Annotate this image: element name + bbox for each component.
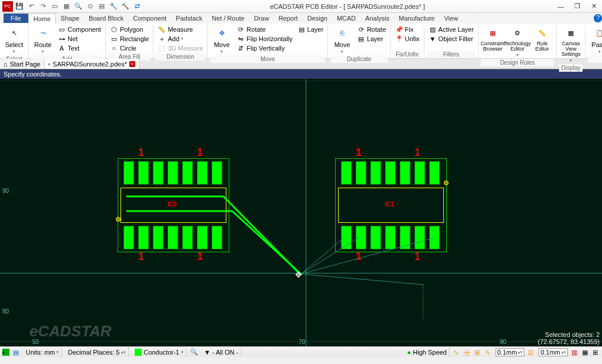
- net-button[interactable]: ⊶Net: [56, 34, 103, 44]
- snap-spacing-field[interactable]: 0.1mm▴▾: [539, 348, 568, 356]
- measure-button[interactable]: 📏Measure: [156, 25, 205, 34]
- pin-label: 1: [138, 251, 144, 263]
- rotate-button[interactable]: ⟳Rotate: [235, 25, 294, 34]
- swap-icon[interactable]: ⇄: [132, 1, 142, 12]
- polygon-button[interactable]: ⬠Polygon: [108, 25, 151, 34]
- redo-icon[interactable]: ↷: [38, 1, 48, 12]
- tab-draw[interactable]: Draw: [249, 14, 274, 23]
- status-icon[interactable]: ∿: [485, 349, 492, 356]
- flip-v-button[interactable]: ⇵Flip Vertically: [235, 44, 294, 53]
- tab-board-block[interactable]: Board Block: [84, 14, 128, 23]
- x-ruler-label: 90: [500, 339, 506, 345]
- doc-icon[interactable]: ▤: [96, 1, 107, 12]
- start-page-tab[interactable]: ⌂Start Page: [0, 59, 45, 69]
- rule-icon: 📏: [535, 26, 549, 40]
- app-icon[interactable]: PC: [2, 1, 13, 12]
- fix-button[interactable]: 📌Fix: [393, 25, 422, 34]
- box-icon[interactable]: ▭: [49, 1, 60, 12]
- help-icon[interactable]: ?: [594, 14, 602, 22]
- 3d-measure-button[interactable]: ⬚3D Measure: [156, 44, 205, 53]
- status-icon[interactable]: ▦: [582, 349, 589, 356]
- tab-report[interactable]: Report: [274, 14, 303, 23]
- route-button[interactable]: ⤳Route▾: [31, 25, 55, 55]
- tab-component[interactable]: Component: [128, 14, 171, 23]
- grid-spacing-field[interactable]: 0.1mm▴▾: [496, 348, 525, 356]
- status-icon[interactable]: ⊞: [593, 349, 600, 356]
- visibility-field[interactable]: ▼- All ON -: [202, 347, 242, 357]
- minimize-button[interactable]: —: [553, 1, 569, 12]
- zoom-icon[interactable]: 🔍: [73, 1, 83, 12]
- status-icon[interactable]: 卄: [464, 349, 471, 356]
- status-icon[interactable]: ▪: [2, 349, 9, 356]
- ribbon-group-fix: 📌Fix 📍Unfix Fix/Unfix: [391, 25, 424, 58]
- tab-design[interactable]: Design: [303, 14, 332, 23]
- undo-icon[interactable]: ↶: [26, 1, 36, 12]
- rule-editor-button[interactable]: 📏Rule Editor: [530, 25, 554, 53]
- canvas-icon: ▩: [564, 26, 578, 40]
- window-controls: — ❐ ✕: [553, 1, 602, 12]
- component-button[interactable]: ▭Component: [56, 25, 103, 34]
- layer-field[interactable]: Conductor-1▾: [132, 347, 186, 357]
- save-icon[interactable]: 💾: [14, 1, 25, 12]
- board-outline: [0, 81, 602, 81]
- component-label: IC0: [168, 201, 177, 208]
- move-layer-button[interactable]: ▤Layer: [296, 25, 326, 34]
- origin-marker: [444, 181, 449, 185]
- hammer-icon[interactable]: 🔨: [120, 1, 131, 12]
- pin-label: 1: [197, 251, 203, 263]
- text-button[interactable]: AText: [56, 44, 103, 53]
- duplicate-move-button[interactable]: ⎘Move▾: [330, 25, 354, 55]
- decimals-field[interactable]: Decimal Places:5▴▾: [65, 347, 129, 357]
- tab-analysis[interactable]: Analysis: [360, 14, 394, 23]
- tab-home[interactable]: Home: [28, 14, 56, 24]
- canvas-view-button[interactable]: ▩Canvas View Settings▾: [559, 25, 583, 64]
- ribbon-label-duplicate: Duplicate: [330, 55, 387, 63]
- constraint-browser-button[interactable]: ▦Constraint Browser: [481, 25, 504, 53]
- status-icon[interactable]: ▥: [571, 349, 578, 356]
- ribbon-label-clipboard: Clipboard: [588, 55, 602, 63]
- move-button[interactable]: ✥Move▾: [210, 25, 233, 55]
- object-filter-button[interactable]: ▼Object Filter: [427, 34, 476, 44]
- text-icon: A: [58, 44, 66, 52]
- component-ic0[interactable]: IC0 1 1 1 1: [121, 161, 226, 249]
- ribbon-group-rules: ▦Constraint Browser ⚙Technology Editor▾ …: [479, 25, 557, 58]
- wrench-icon[interactable]: 🔧: [108, 1, 119, 12]
- select-button[interactable]: ↖Select▾: [2, 25, 26, 55]
- ribbon-label-display: Display: [559, 64, 583, 72]
- move-icon: ✥: [215, 26, 229, 40]
- status-icon[interactable]: ▤: [13, 349, 20, 356]
- status-icon[interactable]: ⊡: [528, 349, 535, 356]
- tab-close-button[interactable]: ×: [129, 61, 135, 67]
- active-layer-button[interactable]: ▨Active Layer: [427, 25, 476, 34]
- status-icon[interactable]: 🔍: [190, 348, 198, 356]
- high-speed-toggle[interactable]: ●High Speed: [405, 347, 450, 357]
- paste-button[interactable]: 📋Paste▾: [588, 25, 602, 55]
- dimension-add-button[interactable]: ＋Add▾: [156, 34, 205, 44]
- circle-button[interactable]: ○Circle: [108, 44, 151, 53]
- tab-manufacture[interactable]: Manufacture: [394, 14, 439, 23]
- pcb-canvas[interactable]: 90 80 50 70 90 IC0 1 1 1 1: [0, 79, 602, 346]
- tab-net-route[interactable]: Net / Route: [207, 14, 249, 23]
- drill-icon[interactable]: ⊙: [85, 1, 95, 12]
- status-icon[interactable]: ⤡: [453, 349, 460, 356]
- file-menu[interactable]: File: [4, 14, 28, 23]
- tab-shape[interactable]: Shape: [56, 14, 84, 23]
- maximize-button[interactable]: ❐: [569, 1, 586, 12]
- component-icon: ▭: [58, 25, 66, 34]
- grid-icon[interactable]: ▦: [61, 1, 72, 12]
- rectangle-button[interactable]: ▭Rectangle: [108, 34, 151, 44]
- close-button[interactable]: ✕: [586, 1, 602, 12]
- tab-padstack[interactable]: Padstack: [171, 14, 207, 23]
- tab-view[interactable]: View: [439, 14, 463, 23]
- status-icon[interactable]: ⊞: [474, 349, 481, 356]
- component-ic1[interactable]: IC1 1 1 1 1: [338, 161, 444, 249]
- dup-layer-button[interactable]: ▤Layer: [355, 34, 387, 44]
- technology-editor-button[interactable]: ⚙Technology Editor▾: [506, 25, 529, 59]
- watermark: eCADSTAR: [29, 322, 112, 340]
- dup-rotate-button[interactable]: ⟳Rotate: [355, 25, 387, 34]
- document-tab[interactable]: ▫SARPADSunroute2.pdes*×: [45, 59, 139, 69]
- unfix-button[interactable]: 📍Unfix: [393, 34, 422, 44]
- tab-mcad[interactable]: MCAD: [332, 14, 360, 23]
- flip-h-button[interactable]: ⇋Flip Horizontally: [235, 34, 294, 44]
- units-field[interactable]: Units:mm▾: [24, 347, 62, 357]
